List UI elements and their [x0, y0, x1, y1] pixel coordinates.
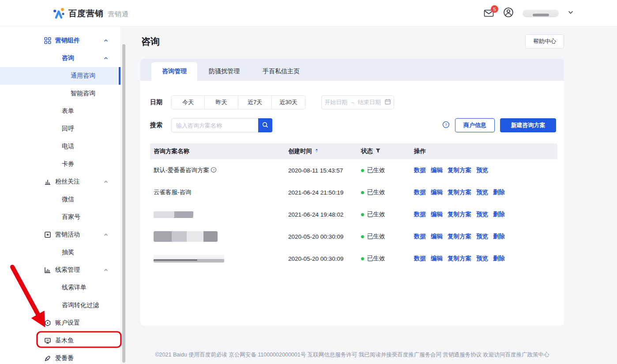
col-header-actions: 操作	[414, 147, 557, 155]
search-input[interactable]	[171, 118, 258, 132]
notification-badge: 5	[491, 5, 498, 13]
date-preset-7days[interactable]: 近7天	[238, 95, 272, 109]
date-preset-today[interactable]: 今天	[171, 95, 205, 109]
user-avatar-icon[interactable]	[503, 7, 514, 19]
baidu-marketing-logo-icon	[52, 6, 65, 21]
sidebar-item-baijiahao[interactable]: 百家号	[0, 208, 120, 226]
sidebar-item-account-settings[interactable]: 账户设置	[0, 314, 120, 332]
edit-link[interactable]: 编辑	[431, 210, 443, 218]
search-button[interactable]	[258, 118, 272, 132]
sidebar-item-leads-management[interactable]: 线索管理	[0, 261, 120, 279]
status-text: 已生效	[367, 233, 385, 240]
tab-consult-management[interactable]: 咨询管理	[151, 62, 197, 81]
help-center-button[interactable]: 帮助中心	[525, 34, 564, 49]
help-circle-icon[interactable]: ?	[211, 167, 217, 174]
filter-funnel-icon[interactable]	[375, 148, 381, 155]
preview-link[interactable]: 预览	[476, 166, 488, 174]
monitor-icon	[44, 337, 51, 344]
preview-link[interactable]: 预览	[476, 255, 488, 263]
sidebar-item-leads-detail[interactable]: 线索详单	[0, 279, 120, 296]
date-preset-group: 今天 昨天 近7天 近30天	[171, 95, 305, 109]
copy-plan-link[interactable]: 复制方案	[448, 255, 471, 263]
created-time: 2020-08-11 15:43:57	[288, 167, 361, 174]
sidebar-item-lottery[interactable]: 抽奖	[0, 244, 120, 261]
range-start-placeholder: 开始日期	[324, 98, 347, 106]
chevron-up-icon	[103, 38, 109, 44]
tab-anti-harassment[interactable]: 防骚扰管理	[197, 62, 251, 81]
bar-chart-icon	[44, 178, 51, 185]
sort-icon[interactable]	[314, 147, 319, 155]
sidebar-item-consult-conversion-filter[interactable]: 咨询转化过滤	[0, 296, 120, 314]
status-dot	[361, 213, 364, 216]
consult-plan-table: 咨询方案名称 创建时间 状态	[150, 143, 557, 270]
data-link[interactable]: 数据	[414, 210, 426, 218]
data-link[interactable]: 数据	[414, 188, 426, 196]
footer-legal-text: ©2021 Baidu 使用百度前必读 京公网安备 11000002000001…	[140, 351, 564, 359]
data-link[interactable]: 数据	[414, 166, 426, 174]
status-dot	[361, 235, 364, 238]
chevron-up-icon	[103, 55, 109, 61]
delete-link[interactable]: 删除	[493, 210, 505, 218]
preview-link[interactable]: 预览	[476, 210, 488, 218]
status-dot	[361, 169, 364, 172]
mail-icon[interactable]: 5	[484, 9, 494, 18]
table-row: 云雀客服-咨询 2021-06-24 21:50:19 已生效 数据 编辑 复制…	[150, 181, 557, 203]
sidebar-item-form[interactable]: 表单	[0, 102, 120, 120]
main-content: 咨询 帮助中心 咨询管理 防骚扰管理 手百私信主页 日期 今天 昨天 近7天 近…	[121, 26, 617, 364]
tab-shoubai-private-message[interactable]: 手百私信主页	[251, 62, 311, 81]
edit-link[interactable]: 编辑	[431, 188, 443, 196]
status-text: 已生效	[367, 255, 385, 263]
delete-link[interactable]: 删除	[493, 188, 505, 196]
sidebar-item-wechat[interactable]: 微信	[0, 191, 120, 208]
sidebar-item-coupon[interactable]: 卡券	[0, 155, 120, 173]
created-time: 2020-05-20 00:30:09	[288, 255, 361, 262]
plan-name-redacted	[154, 231, 218, 242]
sidebar-item-general-consult[interactable]: 通用咨询	[0, 67, 120, 85]
sidebar-item-fans-follow[interactable]: 粉丝关注	[0, 173, 120, 191]
date-range-picker[interactable]: 开始日期 ~ 结束日期	[321, 95, 394, 109]
sidebar-item-phone[interactable]: 电话	[0, 138, 120, 155]
table-row: 2020-05-20 00:30:09 已生效 数据 编辑 复制方案 预览 删除	[150, 248, 557, 270]
date-preset-30days[interactable]: 近30天	[272, 95, 305, 109]
question-circle-icon[interactable]: ?	[442, 121, 450, 130]
copy-plan-link[interactable]: 复制方案	[448, 166, 471, 174]
sidebar-item-marketing-components[interactable]: 营销组件	[0, 32, 120, 49]
data-link[interactable]: 数据	[414, 255, 426, 263]
date-preset-yesterday[interactable]: 昨天	[205, 95, 238, 109]
sidebar-item-aifanfan[interactable]: 爱番番	[0, 349, 120, 364]
top-bar: 百度营销 营销通 5	[0, 0, 617, 26]
sidebar-item-jimuyu[interactable]: 基木鱼	[0, 332, 120, 349]
data-link[interactable]: 数据	[414, 233, 426, 240]
plan-name: 默认-爱番番咨询方案	[154, 166, 209, 174]
edit-link[interactable]: 编辑	[431, 255, 443, 263]
delete-link[interactable]: 删除	[493, 233, 505, 240]
sidebar-item-marketing-activity[interactable]: 营销活动	[0, 226, 120, 244]
chevron-down-icon[interactable]	[568, 9, 574, 17]
search-icon	[262, 121, 269, 130]
copy-plan-link[interactable]: 复制方案	[448, 188, 471, 196]
edit-link[interactable]: 编辑	[431, 166, 443, 174]
brand-logo[interactable]: 百度营销 营销通	[52, 6, 129, 21]
sidebar-item-callback[interactable]: 回呼	[0, 120, 120, 138]
plan-name: 云雀客服-咨询	[154, 188, 192, 196]
copy-plan-link[interactable]: 复制方案	[448, 233, 471, 240]
sidebar-item-consult[interactable]: 咨询	[0, 49, 120, 67]
sidebar-item-smart-consult[interactable]: 智能咨询	[0, 85, 120, 102]
create-consult-plan-button[interactable]: 新建咨询方案	[500, 118, 556, 132]
histogram-icon	[44, 266, 51, 274]
brand-suffix: 营销通	[108, 10, 129, 19]
sidebar-scrollbar[interactable]	[122, 44, 125, 363]
preview-link[interactable]: 预览	[476, 233, 488, 240]
chevron-up-icon	[103, 267, 109, 273]
preview-link[interactable]: 预览	[476, 188, 488, 196]
consult-card: 咨询管理 防骚扰管理 手百私信主页 日期 今天 昨天 近7天 近30天 开始日期	[140, 59, 564, 326]
status-dot	[361, 257, 364, 260]
edit-link[interactable]: 编辑	[431, 233, 443, 240]
brand-name: 百度营销	[68, 8, 104, 19]
merchant-info-button[interactable]: 商户信息	[455, 118, 495, 132]
date-filter-row: 日期 今天 昨天 近7天 近30天 开始日期 ~ 结束日期	[150, 95, 557, 109]
copy-plan-link[interactable]: 复制方案	[448, 210, 471, 218]
grid-icon	[44, 37, 51, 44]
delete-link[interactable]: 删除	[493, 255, 505, 263]
range-end-placeholder: 结束日期	[358, 98, 381, 106]
